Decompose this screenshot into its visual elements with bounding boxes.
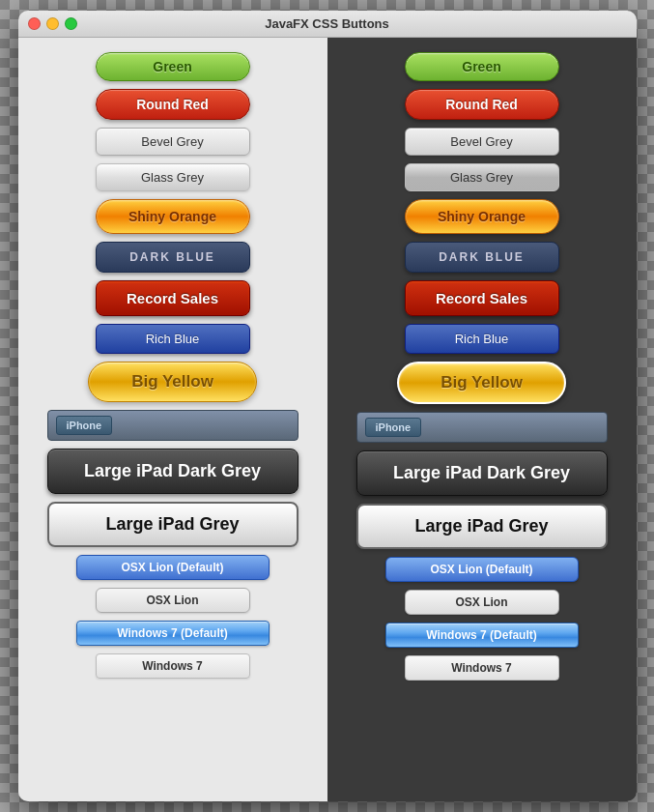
close-button[interactable]: [28, 17, 41, 30]
osx-lion-default-button-right[interactable]: OSX Lion (Default): [385, 557, 579, 582]
titlebar: JavaFX CSS Buttons: [18, 11, 637, 38]
glass-grey-button-right[interactable]: Glass Grey: [405, 163, 559, 191]
round-red-button-left[interactable]: Round Red: [96, 89, 250, 120]
shiny-orange-button-left[interactable]: Shiny Orange: [96, 199, 250, 234]
traffic-lights: [28, 17, 77, 30]
green-button-right[interactable]: Green: [405, 52, 559, 81]
osx-lion-button-left[interactable]: OSX Lion: [96, 588, 250, 613]
maximize-button[interactable]: [65, 17, 77, 30]
big-yellow-button-left[interactable]: Big Yellow: [88, 362, 257, 402]
large-ipad-grey-button-right[interactable]: Large iPad Grey: [356, 504, 608, 549]
record-sales-button-right[interactable]: Record Sales: [405, 280, 559, 316]
minimize-button[interactable]: [46, 17, 59, 30]
dark-blue-button-right[interactable]: DARK BLUE: [405, 242, 559, 273]
record-sales-button-left[interactable]: Record Sales: [96, 280, 250, 316]
round-red-button-right[interactable]: Round Red: [405, 89, 559, 120]
green-button-left[interactable]: Green: [96, 52, 250, 81]
iphone-button-left[interactable]: iPhone: [56, 416, 113, 435]
window-title: JavaFX CSS Buttons: [265, 16, 389, 31]
iphone-bar-left[interactable]: iPhone: [47, 410, 299, 441]
panel-right: Green Round Red Bevel Grey Glass Grey Sh…: [327, 38, 637, 801]
large-ipad-dark-button-left[interactable]: Large iPad Dark Grey: [47, 449, 299, 494]
glass-grey-button-left[interactable]: Glass Grey: [96, 163, 250, 191]
windows7-default-button-left[interactable]: Windows 7 (Default): [76, 621, 270, 646]
osx-lion-default-button-left[interactable]: OSX Lion (Default): [76, 555, 270, 580]
large-ipad-grey-button-left[interactable]: Large iPad Grey: [47, 502, 299, 547]
shiny-orange-button-right[interactable]: Shiny Orange: [405, 199, 559, 234]
dark-blue-button-left[interactable]: DARK BLUE: [96, 242, 250, 273]
large-ipad-dark-button-right[interactable]: Large iPad Dark Grey: [356, 450, 608, 496]
windows7-default-button-right[interactable]: Windows 7 (Default): [385, 623, 579, 648]
panel-left: Green Round Red Bevel Grey Glass Grey Sh…: [18, 38, 327, 801]
iphone-button-right[interactable]: iPhone: [365, 418, 422, 437]
rich-blue-button-right[interactable]: Rich Blue: [405, 324, 559, 354]
iphone-bar-right[interactable]: iPhone: [356, 412, 608, 443]
big-yellow-button-right[interactable]: Big Yellow: [397, 362, 566, 404]
bevel-grey-button-left[interactable]: Bevel Grey: [96, 128, 250, 156]
windows7-button-right[interactable]: Windows 7: [405, 655, 559, 681]
bevel-grey-button-right[interactable]: Bevel Grey: [405, 128, 559, 156]
windows7-button-left[interactable]: Windows 7: [96, 653, 250, 679]
content-area: Green Round Red Bevel Grey Glass Grey Sh…: [18, 38, 637, 801]
osx-lion-button-right[interactable]: OSX Lion: [405, 590, 559, 615]
app-window: JavaFX CSS Buttons Green Round Red Bevel…: [18, 11, 637, 801]
rich-blue-button-left[interactable]: Rich Blue: [96, 324, 250, 354]
